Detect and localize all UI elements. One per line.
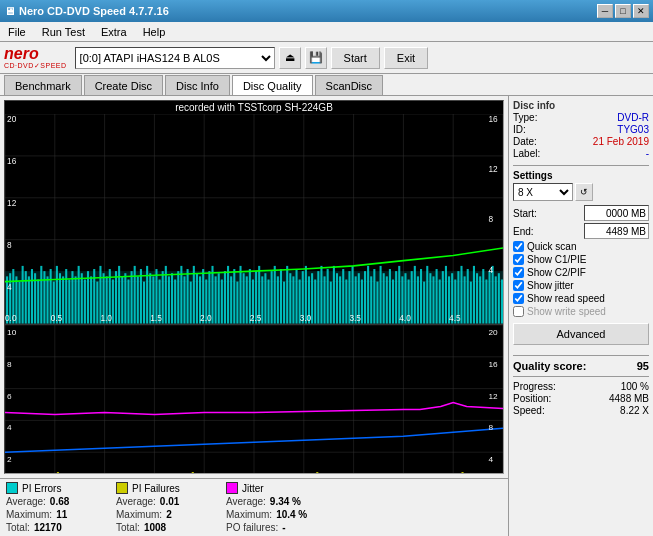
save-icon[interactable]: 💾 bbox=[305, 47, 327, 69]
svg-rect-171 bbox=[479, 276, 481, 323]
speed-select[interactable]: 8 X bbox=[513, 183, 573, 201]
maximize-button[interactable]: □ bbox=[615, 4, 631, 18]
disc-date-value: 21 Feb 2019 bbox=[593, 136, 649, 147]
svg-text:0.5: 0.5 bbox=[51, 313, 63, 323]
show-read-checkbox[interactable] bbox=[513, 293, 524, 304]
svg-rect-76 bbox=[183, 276, 185, 323]
pi-failures-legend: PI Failures Average: 0.01 Maximum: 2 Tot… bbox=[116, 482, 216, 533]
pi-errors-total-label: Total: bbox=[6, 522, 30, 533]
svg-rect-222 bbox=[316, 472, 318, 474]
menu-file[interactable]: File bbox=[4, 24, 30, 40]
menu-help[interactable]: Help bbox=[139, 24, 170, 40]
end-mb-row: End: bbox=[513, 223, 649, 239]
menu-runtest[interactable]: Run Test bbox=[38, 24, 89, 40]
svg-text:8: 8 bbox=[7, 240, 12, 250]
svg-rect-27 bbox=[31, 269, 33, 323]
right-panel: Disc info Type: DVD-R ID: TYG03 Date: 21… bbox=[508, 96, 653, 536]
tab-scandisc[interactable]: ScanDisc bbox=[315, 75, 383, 95]
svg-rect-134 bbox=[364, 271, 366, 323]
svg-rect-140 bbox=[383, 273, 385, 323]
svg-rect-224 bbox=[420, 473, 422, 474]
pi-failures-legend-item: PI Failures bbox=[116, 482, 216, 494]
tab-createdisc[interactable]: Create Disc bbox=[84, 75, 163, 95]
quality-score-value: 95 bbox=[637, 360, 649, 372]
show-jitter-checkbox[interactable] bbox=[513, 280, 524, 291]
pi-errors-label: PI Errors bbox=[22, 483, 61, 494]
advanced-button[interactable]: Advanced bbox=[513, 323, 649, 345]
menubar: File Run Test Extra Help bbox=[0, 22, 653, 42]
close-button[interactable]: ✕ bbox=[633, 4, 649, 18]
show-c1-checkbox[interactable] bbox=[513, 254, 524, 265]
jitter-label: Jitter bbox=[242, 483, 264, 494]
svg-text:20: 20 bbox=[7, 114, 17, 124]
pi-failures-avg-value: 0.01 bbox=[160, 496, 179, 507]
pi-errors-avg-value: 0.68 bbox=[50, 496, 69, 507]
svg-rect-109 bbox=[286, 266, 288, 324]
show-write-label: Show write speed bbox=[527, 306, 606, 317]
svg-rect-119 bbox=[317, 271, 319, 323]
pi-errors-total-value: 12170 bbox=[34, 522, 62, 533]
svg-text:20: 20 bbox=[488, 328, 498, 337]
quick-scan-checkbox[interactable] bbox=[513, 241, 524, 252]
jitter-max-label: Maximum: bbox=[226, 509, 272, 520]
svg-rect-167 bbox=[467, 269, 469, 323]
logo-nero: nero bbox=[4, 45, 39, 63]
start-button[interactable]: Start bbox=[331, 47, 380, 69]
pi-errors-legend-item: PI Errors bbox=[6, 482, 106, 494]
show-read-row: Show read speed bbox=[513, 293, 649, 304]
svg-rect-72 bbox=[171, 273, 173, 323]
pi-failures-total-row: Total: 1008 bbox=[116, 522, 216, 533]
show-c2-checkbox[interactable] bbox=[513, 267, 524, 278]
disc-label-value: - bbox=[646, 148, 649, 159]
show-jitter-label: Show jitter bbox=[527, 280, 574, 291]
svg-rect-170 bbox=[476, 273, 478, 323]
svg-rect-44 bbox=[84, 280, 86, 324]
svg-rect-90 bbox=[227, 266, 229, 324]
end-input[interactable] bbox=[584, 223, 649, 239]
svg-rect-151 bbox=[417, 276, 419, 323]
disc-date-label: Date: bbox=[513, 136, 537, 147]
show-c2-label: Show C2/PIF bbox=[527, 267, 586, 278]
drive-select[interactable]: [0:0] ATAPI iHAS124 B AL0S bbox=[75, 47, 275, 69]
svg-rect-92 bbox=[233, 269, 235, 323]
show-write-checkbox[interactable] bbox=[513, 306, 524, 317]
minimize-button[interactable]: ─ bbox=[597, 4, 613, 18]
svg-rect-91 bbox=[230, 276, 232, 323]
pi-errors-max-label: Maximum: bbox=[6, 509, 52, 520]
svg-rect-38 bbox=[65, 269, 67, 323]
svg-rect-149 bbox=[411, 271, 413, 323]
jitter-legend: Jitter Average: 9.34 % Maximum: 10.4 % P… bbox=[226, 482, 326, 533]
tab-benchmark[interactable]: Benchmark bbox=[4, 75, 82, 95]
disc-label-row: Label: - bbox=[513, 148, 649, 159]
start-input[interactable] bbox=[584, 205, 649, 221]
show-jitter-row: Show jitter bbox=[513, 280, 649, 291]
progress-row: Progress: 100 % bbox=[513, 381, 649, 392]
svg-rect-39 bbox=[68, 280, 70, 324]
disc-label-label: Label: bbox=[513, 148, 540, 159]
jitter-max-value: 10.4 % bbox=[276, 509, 307, 520]
svg-rect-176 bbox=[495, 276, 497, 323]
svg-rect-53 bbox=[112, 280, 114, 324]
svg-rect-143 bbox=[392, 280, 394, 324]
disc-type-label: Type: bbox=[513, 112, 537, 123]
svg-rect-136 bbox=[370, 276, 372, 323]
svg-rect-152 bbox=[420, 269, 422, 323]
svg-rect-139 bbox=[380, 266, 382, 324]
svg-rect-102 bbox=[264, 273, 266, 323]
menu-extra[interactable]: Extra bbox=[97, 24, 131, 40]
svg-text:4: 4 bbox=[488, 265, 493, 275]
svg-text:8: 8 bbox=[488, 214, 493, 224]
tab-discinfo[interactable]: Disc Info bbox=[165, 75, 230, 95]
eject-icon[interactable]: ⏏ bbox=[279, 47, 301, 69]
exit-button[interactable]: Exit bbox=[384, 47, 428, 69]
start-mb-row: Start: bbox=[513, 205, 649, 221]
svg-rect-87 bbox=[218, 273, 220, 323]
refresh-button[interactable]: ↺ bbox=[575, 183, 593, 201]
svg-rect-63 bbox=[143, 282, 145, 324]
svg-rect-225 bbox=[462, 472, 464, 474]
tab-discquality[interactable]: Disc Quality bbox=[232, 75, 313, 95]
progress-value: 100 % bbox=[621, 381, 649, 392]
quality-score-row: Quality score: 95 bbox=[513, 360, 649, 372]
svg-text:4.0: 4.0 bbox=[399, 313, 411, 323]
quick-scan-label: Quick scan bbox=[527, 241, 576, 252]
